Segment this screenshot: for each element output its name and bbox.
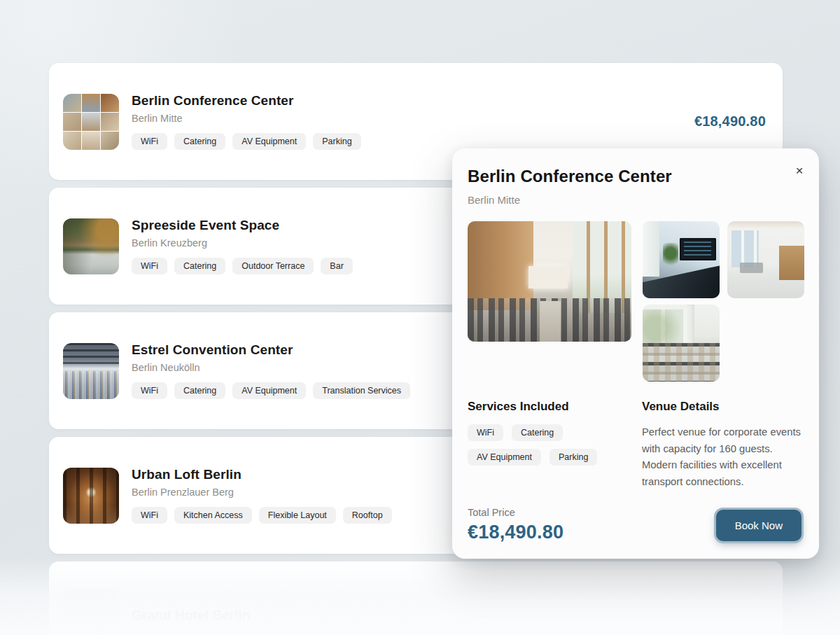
tag-badge: Bar (321, 258, 352, 274)
venue-details-section: Venue Details Perfect venue for corporat… (642, 400, 804, 490)
tag-badge: Catering (174, 382, 225, 399)
tag-badge: Kitchen Access (174, 507, 252, 524)
modal-location: Berlin Mitte (468, 194, 804, 206)
tag-badge: Flexible Layout (259, 507, 336, 524)
venue-details-modal: × Berlin Conference Center Berlin Mitte … (452, 148, 819, 559)
tag-badge: AV Equipment (232, 133, 306, 150)
services-heading: Services Included (468, 400, 642, 414)
services-tags: WiFi Catering AV Equipment Parking (468, 424, 618, 466)
tag-badge: Catering (174, 258, 225, 274)
tag-badge: Outdoor Terrace (232, 258, 314, 274)
modal-sections: Services Included WiFi Catering AV Equip… (468, 400, 804, 490)
venue-location: Berlin Neukölln (132, 362, 410, 373)
details-heading: Venue Details (642, 400, 804, 414)
venue-name: Grand Hotel Berlin (132, 608, 251, 623)
tag-badge: WiFi (132, 258, 167, 274)
gallery-image-lobby (727, 221, 804, 298)
services-included-section: Services Included WiFi Catering AV Equip… (468, 400, 642, 490)
venue-thumbnail-exhibition-hall (63, 343, 119, 399)
venue-info: Berlin Conference Center Berlin Mitte Wi… (132, 93, 361, 150)
venue-thumbnail-faded (63, 589, 119, 635)
venue-info: Urban Loft Berlin Berlin Prenzlauer Berg… (132, 467, 392, 524)
venue-name: Urban Loft Berlin (132, 467, 392, 482)
gallery-image-meeting-room (643, 221, 720, 298)
gallery-image-restaurant (643, 305, 720, 382)
venue-info: Spreeside Event Space Berlin Kreuzberg W… (132, 218, 353, 274)
venue-info: Estrel Convention Center Berlin Neukölln… (132, 342, 410, 399)
service-badge: AV Equipment (468, 449, 541, 466)
modal-footer: Total Price €18,490.80 Book Now (468, 507, 804, 543)
photo-gallery (468, 221, 804, 382)
details-text: Perfect venue for corporate events with … (642, 424, 804, 490)
venue-location: Berlin Kreuzberg (132, 237, 353, 249)
venue-name: Spreeside Event Space (132, 218, 353, 233)
venue-location: Berlin Mitte (132, 113, 361, 124)
close-icon[interactable]: × (788, 160, 811, 182)
venue-thumbnail-collage (63, 94, 119, 150)
tag-badge: WiFi (132, 133, 167, 150)
venue-thumbnail-canal (63, 218, 119, 274)
total-price-value: €18,490.80 (468, 522, 564, 543)
venue-card-grand-hotel-berlin[interactable]: Grand Hotel Berlin (49, 561, 783, 635)
venue-tags: WiFi Catering AV Equipment Parking (132, 133, 361, 150)
gallery-image-conference-hall (468, 221, 631, 342)
total-price-block: Total Price €18,490.80 (468, 507, 564, 543)
tag-badge: AV Equipment (232, 382, 306, 399)
total-price-label: Total Price (468, 507, 564, 518)
modal-title: Berlin Conference Center (468, 167, 804, 186)
venue-name: Berlin Conference Center (132, 93, 361, 109)
service-badge: WiFi (468, 424, 503, 441)
tag-badge: Rooftop (343, 507, 392, 524)
venue-tags: WiFi Kitchen Access Flexible Layout Roof… (132, 507, 392, 524)
venue-thumbnail-loft (63, 468, 119, 524)
venue-tags: WiFi Catering AV Equipment Translation S… (132, 382, 410, 399)
tag-badge: Catering (174, 133, 225, 150)
venue-tags: WiFi Catering Outdoor Terrace Bar (132, 258, 353, 274)
service-badge: Catering (512, 424, 563, 441)
service-badge: Parking (550, 449, 597, 466)
tag-badge: WiFi (132, 382, 167, 399)
tag-badge: Translation Services (313, 382, 410, 399)
gallery-thumbnail-grid (643, 221, 804, 382)
book-now-button[interactable]: Book Now (716, 510, 802, 541)
venue-price: €18,490.80 (694, 113, 766, 130)
venue-name: Estrel Convention Center (132, 342, 410, 358)
tag-badge: Parking (313, 133, 360, 150)
venue-info: Grand Hotel Berlin (132, 608, 251, 627)
tag-badge: WiFi (132, 507, 167, 524)
venue-location: Berlin Prenzlauer Berg (132, 487, 392, 498)
